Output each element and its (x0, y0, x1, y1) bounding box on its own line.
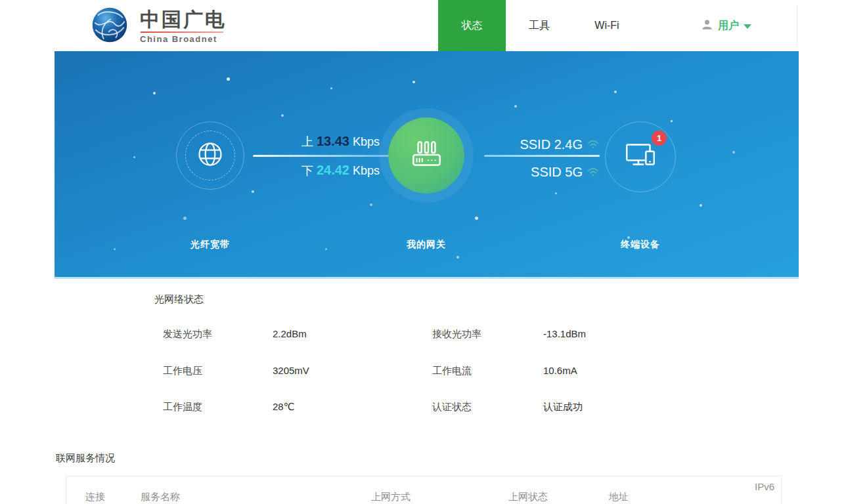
user-menu[interactable]: 用户 (701, 0, 751, 51)
tab-tools[interactable]: 工具 (518, 0, 561, 51)
optical-label: 工作温度 (163, 401, 202, 413)
decor-dot (330, 87, 332, 89)
optical-label: 发送光功率 (163, 328, 212, 341)
download-speed: 下24.42Kbps (263, 163, 380, 178)
broadnet-globe-logo-icon (91, 6, 129, 47)
fiber-node-label: 光纤宽带 (158, 239, 263, 251)
upload-prefix: 上 (301, 135, 313, 148)
header-divider (797, 5, 797, 46)
devices-icon (623, 139, 658, 173)
upload-speed: 上13.43Kbps (263, 134, 380, 150)
status-banner: 上13.43Kbps 下24.42Kbps (55, 51, 799, 279)
upload-unit: Kbps (353, 135, 380, 148)
brand-name-en: China Broadnet (140, 34, 227, 44)
decor-dot (183, 217, 187, 220)
services-col-header: 地址 (609, 491, 629, 503)
optical-value: 28℃ (273, 401, 295, 413)
services-table: 连接 服务名称 上网方式 上网状态 地址 IPv6 (66, 476, 782, 504)
optical-label: 工作电流 (432, 365, 472, 377)
ssid-5g-label: SSID 5G (531, 165, 583, 180)
services-col-header: 服务名称 (141, 491, 180, 503)
gateway-node-label: 我的网关 (374, 239, 479, 251)
brand-text: 中国广电 China Broadnet (140, 9, 227, 44)
optical-label: 工作电压 (163, 365, 202, 377)
speed-divider-line (253, 155, 394, 157)
page-container: 中国广电 China Broadnet 状态 工具 Wi-Fi 用户 (55, 0, 799, 504)
ssid-divider-line (484, 155, 600, 157)
decor-dot (252, 190, 254, 193)
optical-status-section: 光网络状态 发送光功率 2.2dBm 接收光功率 -13.1dBm 工作电压 3… (55, 279, 799, 444)
optical-section-title: 光网络状态 (154, 293, 204, 306)
optical-value: 10.6mA (543, 365, 577, 376)
user-label: 用户 (718, 19, 739, 33)
optical-label: 接收光功率 (432, 328, 481, 341)
decor-dot (732, 151, 735, 154)
optical-value: 认证成功 (543, 401, 583, 413)
terminal-devices-node[interactable] (622, 139, 659, 173)
services-col-header: 上网方式 (371, 491, 411, 503)
decor-dot (614, 91, 617, 93)
decor-dot (227, 77, 230, 81)
tab-status-label: 状态 (462, 19, 483, 33)
chevron-down-icon (744, 24, 751, 29)
decor-dot (700, 204, 702, 207)
wifi-5g-icon (587, 165, 600, 180)
download-prefix: 下 (301, 164, 313, 177)
optical-value: 2.2dBm (273, 328, 307, 339)
decor-dot (325, 248, 327, 250)
devices-node-label: 终端设备 (588, 239, 693, 251)
decor-dot (412, 81, 415, 83)
fiber-broadband-node[interactable] (195, 140, 225, 171)
ssid-24g-row: SSID 2.4G (483, 136, 600, 153)
tab-status[interactable]: 状态 (438, 0, 506, 51)
decor-dot (456, 256, 459, 259)
ssid-24g-label: SSID 2.4G (520, 137, 583, 152)
decor-dot (671, 120, 673, 122)
device-count-badge: 1 (652, 131, 667, 146)
download-value: 24.42 (317, 163, 349, 177)
decor-dot (555, 192, 557, 194)
brand-logo: 中国广电 China Broadnet (91, 6, 227, 47)
decor-dot (514, 105, 517, 108)
services-section: 联网服务情况 连接 服务名称 上网方式 上网状态 地址 IPv6 (55, 444, 799, 504)
router-icon (407, 135, 445, 176)
optical-value: 3205mV (273, 365, 309, 376)
globe-icon (196, 140, 225, 171)
decor-dot (281, 114, 284, 117)
tab-tools-label: 工具 (529, 19, 550, 33)
decor-dot (133, 156, 135, 158)
gateway-node[interactable] (388, 117, 464, 194)
wifi-24g-icon (587, 138, 600, 153)
optical-label: 认证状态 (432, 401, 472, 413)
brand-underline (141, 32, 223, 33)
decor-dot (475, 217, 478, 220)
tab-wifi[interactable]: Wi-Fi (585, 0, 629, 51)
optical-value: -13.1dBm (543, 328, 586, 339)
decor-dot (114, 248, 116, 250)
services-col-header: IPv6 (755, 481, 774, 492)
decor-dot (153, 92, 156, 94)
services-col-header: 上网状态 (508, 491, 548, 503)
header: 中国广电 China Broadnet 状态 工具 Wi-Fi 用户 (55, 0, 799, 51)
upload-value: 13.43 (317, 134, 349, 148)
tab-wifi-label: Wi-Fi (594, 20, 619, 32)
services-section-title: 联网服务情况 (56, 452, 115, 465)
brand-name-cn: 中国广电 (140, 9, 227, 30)
services-col-header: 连接 (85, 491, 105, 503)
user-icon (701, 18, 713, 33)
decor-dot (370, 203, 372, 206)
download-unit: Kbps (353, 164, 380, 177)
ssid-5g-row: SSID 5G (483, 164, 600, 180)
